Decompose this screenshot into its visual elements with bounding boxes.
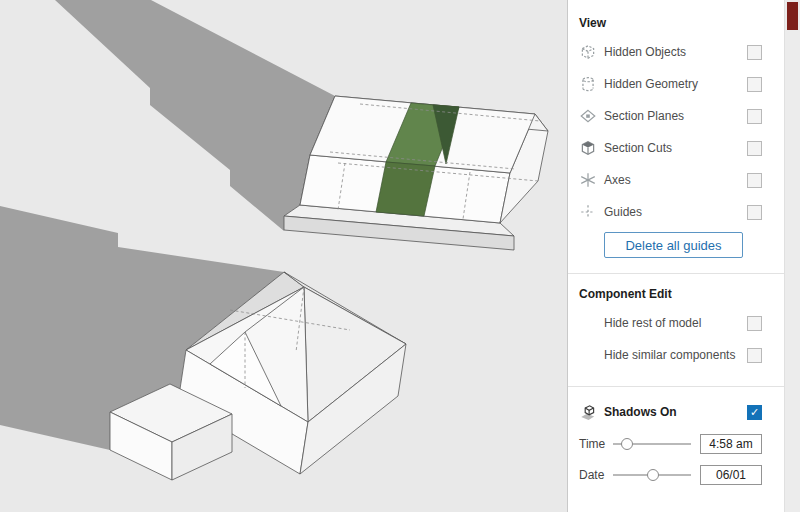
time-value-field[interactable]: 4:58 am xyxy=(700,434,762,454)
app-window: View Hidden Objects Hidden Geometry xyxy=(0,0,800,512)
date-label: Date xyxy=(579,468,613,482)
view-section-title: View xyxy=(579,12,762,36)
axes-icon xyxy=(579,171,597,189)
hide-rest-of-model-checkbox[interactable] xyxy=(747,316,762,331)
view-option-axes: Axes xyxy=(579,164,762,196)
time-label: Time xyxy=(579,437,613,451)
hidden-geometry-checkbox[interactable] xyxy=(747,77,762,92)
date-value-field[interactable]: 06/01 xyxy=(700,465,762,485)
component-edit-option-hide-rest: Hide rest of model xyxy=(579,307,762,339)
component-edit-section-title: Component Edit xyxy=(579,283,762,307)
time-row: Time 4:58 am xyxy=(579,428,762,459)
option-label: Hide rest of model xyxy=(604,316,747,330)
model-viewport[interactable] xyxy=(0,0,567,512)
time-slider-thumb[interactable] xyxy=(621,438,633,450)
panel-scrollbar[interactable] xyxy=(784,0,800,512)
scrollbar-thumb[interactable] xyxy=(787,2,798,30)
option-label: Hide similar components xyxy=(604,348,747,362)
view-option-hidden-geometry: Hidden Geometry xyxy=(579,68,762,100)
view-option-section-planes: Section Planes xyxy=(579,100,762,132)
hide-similar-components-checkbox[interactable] xyxy=(747,348,762,363)
view-option-section-cuts: Section Cuts xyxy=(579,132,762,164)
shadows-on-checkbox[interactable] xyxy=(747,405,762,420)
hidden-objects-checkbox[interactable] xyxy=(747,45,762,60)
guides-icon xyxy=(579,203,597,221)
date-slider[interactable] xyxy=(613,468,691,482)
option-label: Guides xyxy=(604,205,747,219)
section-planes-icon xyxy=(579,107,597,125)
option-label: Axes xyxy=(604,173,747,187)
axes-checkbox[interactable] xyxy=(747,173,762,188)
settings-panel: View Hidden Objects Hidden Geometry xyxy=(567,0,784,512)
section-cuts-icon xyxy=(579,139,597,157)
delete-all-guides-button[interactable]: Delete all guides xyxy=(604,232,743,258)
shadows-row: Shadows On xyxy=(579,396,762,428)
option-label: Section Planes xyxy=(604,109,747,123)
scene-canvas[interactable] xyxy=(0,0,567,512)
time-slider[interactable] xyxy=(613,437,691,451)
section-cuts-checkbox[interactable] xyxy=(747,141,762,156)
section-divider xyxy=(568,386,784,387)
view-option-guides: Guides xyxy=(579,196,762,228)
hidden-objects-icon xyxy=(579,43,597,61)
component-edit-option-hide-similar: Hide similar components xyxy=(579,339,762,371)
hidden-geometry-icon xyxy=(579,75,597,93)
view-option-hidden-objects: Hidden Objects xyxy=(579,36,762,68)
guides-checkbox[interactable] xyxy=(747,205,762,220)
date-row: Date 06/01 xyxy=(579,459,762,490)
option-label: Hidden Geometry xyxy=(604,77,747,91)
date-slider-thumb[interactable] xyxy=(647,469,659,481)
shadows-icon xyxy=(579,403,597,421)
section-planes-checkbox[interactable] xyxy=(747,109,762,124)
section-divider xyxy=(568,273,784,274)
shadows-label: Shadows On xyxy=(604,405,747,419)
option-label: Hidden Objects xyxy=(604,45,747,59)
option-label: Section Cuts xyxy=(604,141,747,155)
